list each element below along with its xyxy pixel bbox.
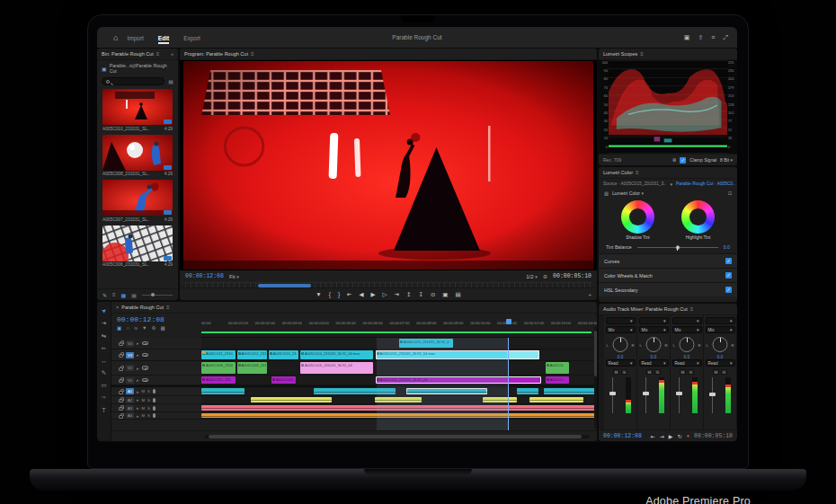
- track-target-button[interactable]: A4: [126, 412, 134, 419]
- panel-menu-icon[interactable]: ≡: [640, 51, 644, 57]
- timeline-clip[interactable]: A005C005_231031_SL92_04: [376, 376, 542, 384]
- panel-menu-icon[interactable]: ≡: [166, 305, 170, 310]
- track-target-button[interactable]: V2: [126, 365, 134, 371]
- source-patch-icon[interactable]: ▸: [137, 352, 139, 358]
- timeline-clip[interactable]: [517, 388, 538, 394]
- pan-knob[interactable]: [613, 337, 628, 352]
- automation-dropdown[interactable]: Read▾: [706, 359, 735, 367]
- track-mute-button[interactable]: M: [142, 398, 146, 402]
- freeform-view-icon[interactable]: ▤: [131, 292, 137, 298]
- timeline-clip[interactable]: A005C015_231031_SL92_4: [399, 339, 453, 348]
- timeline-clip[interactable]: [314, 388, 396, 394]
- highlight-tint-wheel[interactable]: [681, 200, 715, 234]
- mixer-record-button[interactable]: ●: [686, 433, 689, 439]
- track-solo-button[interactable]: S: [147, 413, 150, 418]
- timeline-clip[interactable]: [544, 388, 597, 394]
- section-checkbox[interactable]: ✓: [725, 287, 732, 293]
- timeline-clip[interactable]: [251, 397, 332, 402]
- track-lane-v2[interactable]: A005C006_2310A005C008_231A005C016_231031…: [201, 361, 597, 375]
- panel-menu-icon[interactable]: ≡: [636, 170, 639, 175]
- thumbnail-zoom-slider[interactable]: [142, 295, 173, 296]
- timeline-clip[interactable]: [483, 397, 517, 402]
- lift-button[interactable]: ↥: [406, 291, 411, 298]
- source-patch-icon[interactable]: ▸: [137, 413, 139, 419]
- track-lane-a3[interactable]: [201, 404, 597, 411]
- track-solo-button[interactable]: S: [147, 406, 150, 411]
- track-lock-icon[interactable]: [119, 391, 123, 394]
- lumetri-tab[interactable]: Lumetri Color ≡: [599, 167, 737, 179]
- track-visibility-icon[interactable]: [142, 378, 148, 383]
- step-back-button[interactable]: ◀: [360, 291, 364, 298]
- program-timecode[interactable]: 00:00:12:08: [185, 273, 224, 279]
- bin-breadcrumb[interactable]: ▣ Parable...roj\Parable Rough Cut: [97, 60, 178, 76]
- track-lock-icon[interactable]: [119, 407, 123, 411]
- timeline-clip[interactable]: A005C011_2310: [201, 350, 236, 359]
- workspaces-icon[interactable]: ≡: [711, 34, 715, 41]
- mute-button[interactable]: M: [680, 369, 686, 375]
- track-lane-v4[interactable]: A005C015_231031_SL92_4: [201, 338, 597, 349]
- track-solo-button[interactable]: S: [147, 389, 150, 393]
- bin-clip-item[interactable]: A005C006_231031_SL..4:29: [102, 225, 173, 268]
- track-visibility-icon[interactable]: [142, 341, 148, 346]
- timeline-clip[interactable]: [529, 397, 583, 402]
- pan-knob[interactable]: [680, 337, 695, 352]
- solo-button[interactable]: S: [688, 369, 694, 375]
- type-tool[interactable]: T: [102, 407, 106, 413]
- voice-record-icon[interactable]: [153, 413, 156, 418]
- bin-clip-item[interactable]: A005C008_231031_SL..4:29: [102, 135, 173, 177]
- source-patch-icon[interactable]: ▸: [137, 340, 139, 346]
- mute-button[interactable]: M: [613, 369, 619, 375]
- timeline-clip[interactable]: A005C005_231: [201, 376, 236, 384]
- program-zoom-handle[interactable]: [258, 284, 311, 287]
- fader-handle[interactable]: [609, 392, 616, 395]
- overwrite-button[interactable]: ▤: [456, 291, 461, 298]
- track-visibility-icon[interactable]: [142, 366, 148, 370]
- section-checkbox[interactable]: ✓: [725, 272, 732, 279]
- lumetri-section-hsl-secondary[interactable]: HSL Secondary✓: [599, 282, 737, 296]
- extract-button[interactable]: ↧: [418, 291, 422, 298]
- lumetri-source-label[interactable]: Source · A005C015_231031_S..: [603, 181, 666, 187]
- solo-button[interactable]: S: [621, 369, 627, 375]
- pan-knob[interactable]: [646, 337, 662, 352]
- quick-export-icon[interactable]: ▣: [684, 34, 690, 41]
- panel-menu-icon[interactable]: ≡: [251, 51, 254, 57]
- mixer-loop-button[interactable]: ↻: [677, 433, 681, 439]
- timeline-vertical-scrollbar[interactable]: [594, 327, 597, 429]
- bit-depth-dropdown[interactable]: 8 Bit ▾: [720, 157, 733, 163]
- program-video-frame[interactable]: [180, 60, 597, 270]
- track-lock-icon[interactable]: [119, 354, 123, 358]
- add-marker-icon[interactable]: ▼: [142, 325, 147, 331]
- tab-overflow-icon[interactable]: »: [171, 51, 173, 57]
- timeline-ruler[interactable]: 00:0000:00:01:0000:00:02:0000:00:03:0000…: [201, 314, 597, 338]
- scopes-tab[interactable]: Lumetri Scopes ≡: [599, 49, 737, 60]
- tint-balance-slider[interactable]: [637, 247, 718, 248]
- solo-button[interactable]: S: [721, 369, 727, 375]
- home-icon[interactable]: ⌂: [113, 33, 118, 42]
- program-tab[interactable]: Program: Parable Rough Cut ≡: [180, 49, 597, 60]
- track-mute-button[interactable]: M: [142, 413, 146, 418]
- track-target-button[interactable]: A2: [126, 397, 134, 403]
- go-to-out-button[interactable]: ⇥: [395, 291, 399, 298]
- track-mute-button[interactable]: M: [142, 389, 146, 393]
- ripple-edit-tool[interactable]: ⇆: [102, 332, 106, 340]
- tint-balance-value[interactable]: 0.0: [724, 244, 730, 250]
- timeline-clip[interactable]: A005C014_231031_SL92_04.mov: [300, 350, 373, 359]
- timeline-settings-icon[interactable]: ⚙: [152, 325, 156, 331]
- insert-button[interactable]: ▣: [442, 291, 448, 298]
- add-button-button[interactable]: +: [588, 292, 591, 297]
- timeline-clip[interactable]: A005C008_231: [237, 362, 267, 374]
- mark-in-button[interactable]: {: [329, 291, 331, 297]
- timeline-clip[interactable]: A005C012_231: [237, 350, 267, 359]
- bin-clip-thumbnail[interactable]: [102, 135, 173, 171]
- bus-dropdown[interactable]: Mix▾: [639, 326, 669, 333]
- track-solo-button[interactable]: S: [147, 398, 150, 402]
- effect-settings-icon[interactable]: ⊡: [728, 190, 732, 196]
- hand-tool[interactable]: ☞: [102, 394, 107, 402]
- automation-dropdown[interactable]: Read▾: [672, 359, 702, 367]
- timeline-clip[interactable]: [201, 413, 597, 418]
- pen-tool[interactable]: ✎: [102, 369, 106, 376]
- track-lane-v3[interactable]: A005C011_2310A005C012_231A005C013_23A005…: [201, 349, 597, 360]
- timeline-clip[interactable]: A005C006_2310: [201, 362, 236, 374]
- track-target-button[interactable]: V4: [126, 340, 134, 347]
- automation-dropdown[interactable]: Read▾: [639, 359, 669, 367]
